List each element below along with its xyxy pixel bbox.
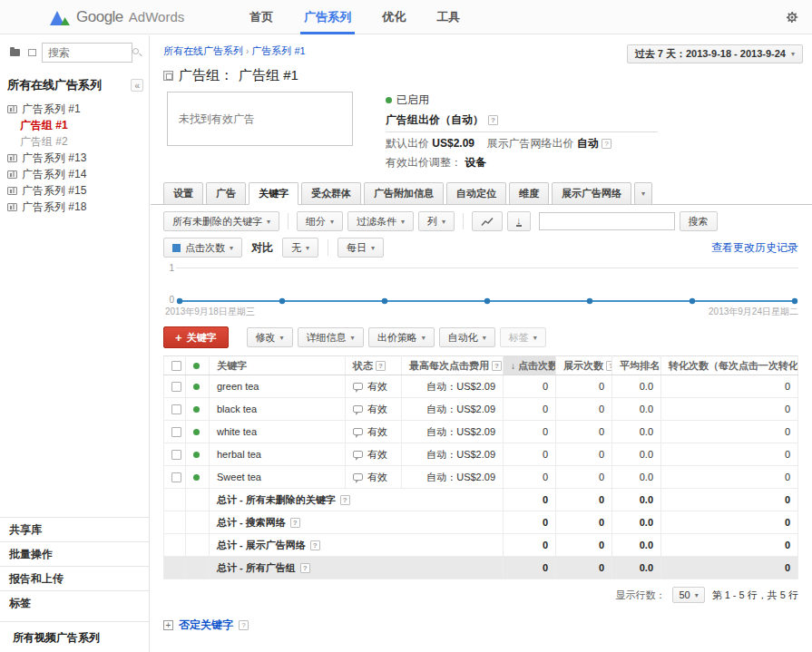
expand-icon[interactable]: +	[163, 620, 173, 630]
breadcrumb-root-link[interactable]: 所有在线广告系列	[163, 45, 243, 56]
keyword-cell[interactable]: Sweet tea	[210, 466, 346, 489]
tree-adgroup-1[interactable]: 广告组 #1	[7, 117, 149, 133]
tree-adgroup-2[interactable]: 广告组 #2	[7, 133, 149, 150]
compare-selector-button[interactable]: 无 ▾	[282, 238, 318, 258]
help-icon[interactable]: ?	[492, 361, 502, 371]
tree-campaign-15[interactable]: 广告系列 #15	[7, 182, 149, 199]
help-icon[interactable]: ?	[606, 361, 611, 371]
tree-campaign-1[interactable]: 广告系列 #1	[7, 101, 149, 117]
row-checkbox[interactable]	[171, 404, 181, 414]
date-range-selector[interactable]: 过去 7 天：2013-9-18 - 2013-9-24 ▾	[627, 44, 803, 63]
change-history-link[interactable]: 查看更改历史记录	[711, 240, 798, 256]
tab-dimensions[interactable]: 维度	[509, 182, 549, 205]
tab-more-button[interactable]: ▾	[634, 182, 652, 205]
keyword-row: Sweet tea 有效 自动：US$2.09 0 0 0.0 0	[164, 466, 798, 489]
add-keywords-button[interactable]: + 关键字	[163, 326, 229, 348]
status-badge[interactable]: 已启用	[396, 92, 429, 108]
col-clicks[interactable]: ↓点击次数 ?	[504, 356, 556, 375]
default-bid-value[interactable]: US$2.09	[432, 137, 474, 150]
adwords-logo-icon	[49, 8, 71, 26]
search-button[interactable]: 搜索	[680, 211, 718, 231]
help-icon[interactable]: ?	[602, 139, 611, 149]
keyword-cell[interactable]: herbal tea	[210, 443, 346, 466]
help-icon[interactable]: ?	[290, 518, 300, 528]
tab-display-network[interactable]: 展示广告网络	[552, 182, 631, 205]
interval-selector-button[interactable]: 每日 ▾	[338, 238, 384, 258]
negative-keywords-link[interactable]: 否定关键字	[179, 618, 233, 633]
segment-button[interactable]: 细分 ▾	[297, 211, 343, 231]
help-icon[interactable]: ?	[310, 540, 320, 550]
tab-ad-extensions[interactable]: 广告附加信息	[364, 182, 444, 205]
gear-icon[interactable]	[785, 10, 799, 24]
row-checkbox[interactable]	[171, 450, 181, 460]
edit-button[interactable]: 修改 ▾	[247, 327, 293, 347]
view-filter-button[interactable]: 所有未删除的关键字 ▾	[163, 211, 279, 231]
col-impressions[interactable]: 展示次数 ?	[556, 356, 612, 375]
keyword-cell[interactable]: white tea	[210, 421, 346, 443]
bid-strategy-button[interactable]: 出价策略 ▾	[368, 327, 435, 347]
col-max-cpc[interactable]: 最高每次点击费用 ?	[402, 356, 504, 375]
breadcrumb-current-link[interactable]: 广告系列 #1	[251, 45, 305, 56]
col-status[interactable]: 状态 ?	[346, 356, 402, 375]
keyword-cell[interactable]: black tea	[210, 398, 346, 421]
y-tick-min: 0	[169, 295, 174, 305]
select-all-checkbox[interactable]	[171, 361, 181, 371]
download-button[interactable]: ↓	[507, 211, 531, 231]
list-view-button[interactable]	[24, 45, 40, 61]
filter-button[interactable]: 过滤条件 ▾	[347, 211, 414, 231]
row-checkbox[interactable]	[171, 472, 181, 482]
labels-button[interactable]: 标签 ▾	[500, 327, 546, 347]
tab-audiences[interactable]: 受众群体	[301, 182, 361, 205]
sidebar-item-shared-library[interactable]: 共享库	[0, 517, 149, 541]
col-avg-position[interactable]: 平均排名 ?	[612, 356, 661, 375]
columns-button[interactable]: 列 ▾	[418, 211, 455, 231]
max-cpc-cell[interactable]: 自动：US$2.09	[402, 466, 504, 489]
tree-campaign-14[interactable]: 广告系列 #14	[7, 166, 149, 182]
metric-selector-button[interactable]: 点击次数 ▾	[163, 238, 242, 258]
sidebar-search-input[interactable]	[42, 43, 132, 63]
keyword-cell[interactable]: green tea	[210, 375, 346, 398]
help-icon[interactable]: ?	[340, 495, 350, 505]
nav-home[interactable]: 首页	[249, 0, 273, 34]
keyword-search-input[interactable]	[539, 212, 675, 230]
sidebar-item-labels[interactable]: 标签	[0, 590, 149, 615]
display-bid-value[interactable]: 自动	[577, 137, 599, 150]
max-cpc-cell[interactable]: 自动：US$2.09	[402, 375, 504, 398]
status-dot-header	[186, 356, 210, 375]
tree-campaign-18[interactable]: 广告系列 #18	[7, 199, 149, 215]
sidebar-item-bulk-operations[interactable]: 批量操作	[0, 541, 149, 566]
nav-tools[interactable]: 工具	[436, 0, 460, 34]
help-icon[interactable]: ?	[300, 563, 310, 573]
clicks-cell: 0	[504, 375, 556, 398]
tab-auto-targets[interactable]: 自动定位	[446, 182, 506, 205]
clicks-cell: 0	[504, 398, 556, 421]
rows-per-page-select[interactable]: 50 ▾	[672, 587, 704, 603]
sidebar-item-video-campaigns[interactable]: 所有视频广告系列	[0, 621, 149, 652]
help-icon[interactable]: ?	[488, 115, 498, 125]
details-button[interactable]: 详细信息 ▾	[298, 327, 364, 347]
sidebar-collapse-button[interactable]: «	[131, 79, 143, 92]
automate-button[interactable]: 自动化 ▾	[439, 327, 495, 347]
tab-keywords[interactable]: 关键字	[249, 182, 298, 205]
nav-campaigns[interactable]: 广告系列	[304, 0, 351, 34]
nav-optimize[interactable]: 优化	[382, 0, 406, 34]
chevron-down-icon: ▾	[641, 190, 645, 198]
max-cpc-cell[interactable]: 自动：US$2.09	[402, 421, 504, 443]
adwords-logo[interactable]: Google AdWords	[49, 8, 184, 26]
tab-ads[interactable]: 广告	[206, 182, 246, 205]
tree-campaign-13[interactable]: 广告系列 #13	[7, 150, 149, 166]
folder-view-button[interactable]	[7, 45, 23, 61]
max-cpc-cell[interactable]: 自动：US$2.09	[402, 443, 504, 466]
sidebar-item-reports-uploads[interactable]: 报告和上传	[0, 566, 149, 590]
tab-settings[interactable]: 设置	[163, 182, 203, 205]
col-keyword[interactable]: 关键字	[210, 356, 346, 375]
ad-preview-box: 未找到有效广告	[167, 92, 353, 146]
chart-toggle-button[interactable]	[472, 211, 503, 231]
help-icon[interactable]: ?	[239, 620, 249, 630]
row-checkbox[interactable]	[171, 382, 181, 392]
col-conversions[interactable]: 转化次数（每次点击一次转化） ?	[661, 356, 798, 375]
help-icon[interactable]: ?	[376, 361, 386, 371]
max-cpc-cell[interactable]: 自动：US$2.09	[402, 398, 504, 421]
bid-adjust-value[interactable]: 设备	[465, 156, 486, 169]
row-checkbox[interactable]	[171, 427, 181, 437]
